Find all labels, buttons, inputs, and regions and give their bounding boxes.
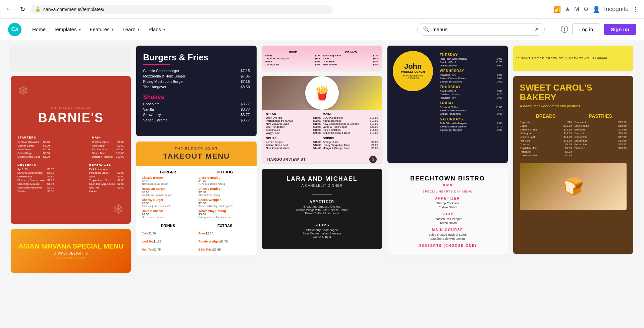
menu-icon[interactable]: ⋮ [633, 6, 639, 13]
grid-column-4: John WEEKLY LUNCH FOR INQUIRIES +0 7784 … [387, 46, 507, 256]
browser-topbar: ← → ↻ 🔒 canva.com/menus/templates/ 📶 ★ M… [0, 0, 644, 19]
barnies-title: BARNIE'S [38, 111, 104, 125]
grid-column-5: 40 SOUTH ROCK CREEK ST. VINCENTOWN, NJ 0… [513, 46, 633, 254]
template-card-barnies[interactable]: CHRISTMAS SPECIAL BARNIE'S STARTERS Seaf… [11, 76, 131, 224]
url-text: canva.com/menus/templates/ [43, 7, 328, 12]
burgers-underline [143, 64, 170, 65]
nav-actions: ⓘ Log in Sign up [561, 23, 636, 35]
burgers-title: Burgers & Fries [143, 52, 250, 63]
profile-icon[interactable]: 👤 [593, 6, 600, 13]
grid-column-2: Burgers & Fries Classic Cheeseburger$7.1… [136, 46, 256, 256]
nav-links: Home Templates ▼ Features ▼ Learn ▼ Plan… [32, 26, 166, 32]
reload-button[interactable]: ↻ [20, 6, 25, 13]
template-card-takeout[interactable]: THE BURGER JOINT TAKEOUT MENU BURGER Cla… [136, 142, 256, 256]
navbar: Ca Home Templates ▼ Features ▼ Learn ▼ P… [0, 19, 644, 40]
food-plate-icon: 🍟 [305, 76, 339, 110]
template-card-wine[interactable]: WINE Sherry$7.00 Cabernet Sauvignon$6.50… [262, 46, 382, 71]
forward-button[interactable]: → [13, 6, 19, 13]
nav-templates[interactable]: Templates ▼ [54, 26, 82, 32]
back-button[interactable]: ← [5, 6, 11, 13]
address-bar[interactable]: 🔒 canva.com/menus/templates/ [31, 5, 332, 14]
bookmark-icon[interactable]: ★ [565, 6, 570, 13]
john-circle: John WEEKLY LUNCH FOR INQUIRIES +0 7784 … [393, 51, 433, 91]
grid-column-1: CHRISTMAS SPECIAL BARNIE'S STARTERS Seaf… [11, 46, 131, 273]
template-card-bakery[interactable]: SWEET CAROL'S BAKERY A home for sweet br… [513, 76, 633, 254]
nav-learn[interactable]: Learn ▼ [122, 26, 140, 32]
canva-logo[interactable]: Ca [8, 23, 21, 36]
chevron-down-icon: ▼ [162, 28, 166, 32]
chevron-down-icon: ▼ [78, 28, 82, 32]
shakes-title: Shakes [143, 94, 250, 101]
template-card-burgers[interactable]: Burgers & Fries Classic Cheeseburger$7.1… [136, 46, 256, 136]
nav-plans[interactable]: Plans ▼ [149, 26, 166, 32]
browser-icons: 📶 ★ M ⚙ 👤 Incognito ⋮ [553, 6, 639, 13]
cast-icon[interactable]: 📶 [553, 6, 561, 13]
search-icon: 🔍 [423, 26, 430, 33]
template-card-placeholder[interactable] [11, 46, 131, 71]
chevron-down-icon: ▼ [137, 28, 141, 32]
chevron-down-icon: ▼ [111, 28, 114, 32]
incognito-label: Incognito [604, 6, 629, 13]
clear-icon[interactable]: ✕ [535, 26, 539, 33]
asian-title: ASIAN NIRVANA SPECIAL MENU [18, 242, 123, 250]
template-card-harbourview[interactable]: 🍟 STEAK Daily Eye Rib $18.00 Porterhouse… [262, 76, 382, 163]
help-icon[interactable]: ⓘ [561, 24, 568, 35]
signup-button[interactable]: Sign up [604, 24, 636, 35]
nav-features[interactable]: Features ▼ [90, 26, 114, 32]
template-card-john[interactable]: John WEEKLY LUNCH FOR INQUIRIES +0 7784 … [387, 46, 507, 163]
search-input[interactable] [432, 26, 532, 32]
extensions-icon[interactable]: ⚙ [583, 6, 589, 13]
grid-column-3: WINE Sherry$7.00 Cabernet Sauvignon$6.50… [262, 46, 382, 249]
template-card-yellow[interactable]: 40 SOUTH ROCK CREEK ST. VINCENTOWN, NJ 0… [513, 46, 633, 71]
template-card-bistro[interactable]: BEECHTOWN BISTRO ❤ ❤ ❤ SPECIAL HEARTS DA… [387, 168, 507, 256]
harbour-food-image: 🍟 [262, 76, 382, 110]
takeout-header: THE BURGER JOINT TAKEOUT MENU [136, 142, 256, 166]
search-bar[interactable]: 🔍 ✕ [417, 23, 545, 36]
lock-icon: 🔒 [35, 7, 41, 12]
harbour-badge: $ [369, 156, 377, 163]
main-content: CHRISTMAS SPECIAL BARNIE'S STARTERS Seaf… [0, 40, 644, 278]
login-button[interactable]: Log in [572, 23, 600, 35]
harbour-footer: HARBOURVIEW ST. $ [262, 152, 382, 163]
asian-sub: DIWALI DELIGHTS [54, 252, 88, 255]
gmail-icon[interactable]: M [574, 6, 579, 13]
bakery-bread-image: 🍞 [520, 163, 627, 210]
template-card-lara[interactable]: LARA AND MICHAEL A CANDLELIT DINNER APPE… [262, 169, 382, 249]
nav-home[interactable]: Home [32, 26, 46, 32]
template-card-asian[interactable]: ASIAN NIRVANA SPECIAL MENU DIWALI DELIGH… [11, 229, 131, 273]
